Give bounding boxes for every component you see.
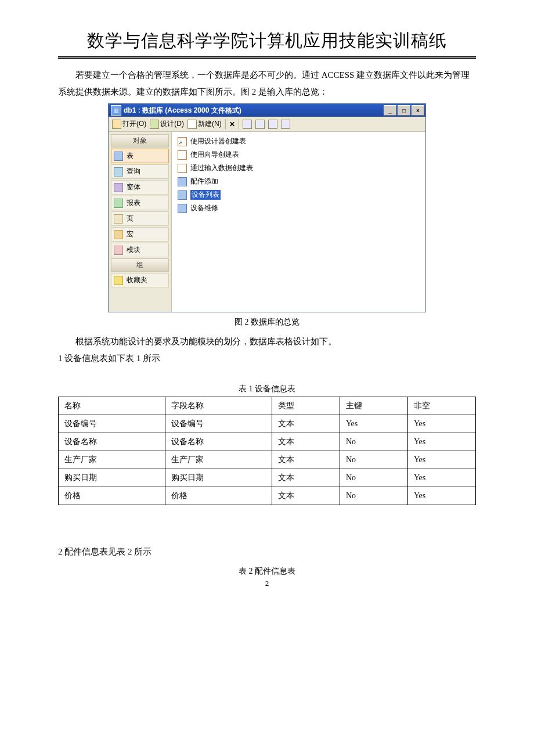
list-item-create-datainput[interactable]: 通过输入数据创建表 xyxy=(176,162,421,174)
paragraph-table2-intro: 2 配件信息表见表 2 所示 xyxy=(58,543,476,560)
table-cell: 设备编号 xyxy=(165,415,272,433)
view-small-icon[interactable] xyxy=(254,119,266,129)
toolbar: 打开(O) 设计(D) 新建(N) ✕ xyxy=(109,117,425,132)
objects-item-modules[interactable]: 模块 xyxy=(111,243,169,257)
table-cell: No xyxy=(340,487,407,505)
table-cell: 设备名称 xyxy=(165,433,272,451)
report-icon xyxy=(114,199,123,208)
list-item-create-designer[interactable]: ↗ 使用设计器创建表 xyxy=(176,135,421,147)
delete-button[interactable]: ✕ xyxy=(228,120,236,129)
table-header: 名称 xyxy=(59,397,165,415)
shortcut-icon xyxy=(178,150,187,160)
database-icon: ▥ xyxy=(111,105,121,116)
table-cell: 文本 xyxy=(272,487,340,505)
table-icon xyxy=(178,190,187,200)
objects-item-favorites[interactable]: 收藏夹 xyxy=(111,273,169,287)
table-cell: 设备编号 xyxy=(59,415,165,433)
list-item-label: 使用向导创建表 xyxy=(190,150,239,160)
shortcut-icon: ↗ xyxy=(178,137,187,146)
objects-item-forms[interactable]: 窗体 xyxy=(111,180,169,195)
page-number: 2 xyxy=(58,579,476,588)
objects-panel: 对象 表 查询 窗体 报表 xyxy=(109,132,172,312)
maximize-button[interactable]: □ xyxy=(398,105,410,116)
view-list-icon[interactable] xyxy=(267,119,279,129)
groups-header: 组 xyxy=(111,258,169,272)
view-details-icon[interactable] xyxy=(280,119,291,129)
list-item-label: 配件添加 xyxy=(190,177,218,186)
window-titlebar[interactable]: ▥ db1 : 数据库 (Access 2000 文件格式) _ □ × xyxy=(109,104,425,117)
table-cell: 价格 xyxy=(165,487,272,505)
table-cell: Yes xyxy=(407,451,475,469)
new-icon xyxy=(187,120,197,129)
list-panel: ↗ 使用设计器创建表 使用向导创建表 通过输入数据创建表 配件添加 xyxy=(172,132,425,312)
macro-icon xyxy=(114,230,123,239)
list-item-equipment-repair[interactable]: 设备维修 xyxy=(176,202,421,214)
list-item-label: 设备列表 xyxy=(190,190,221,200)
divider xyxy=(58,56,476,57)
list-item-parts-add[interactable]: 配件添加 xyxy=(176,175,421,188)
shortcut-icon xyxy=(178,164,187,173)
table-cell: 文本 xyxy=(272,433,340,451)
table-cell: 价格 xyxy=(59,487,165,505)
list-item-label: 使用设计器创建表 xyxy=(190,136,246,146)
design-label: 设计(D) xyxy=(160,119,184,129)
table-cell: Yes xyxy=(407,433,475,451)
paragraph-table1-intro: 1 设备信息表如下表 1 所示 xyxy=(58,350,476,367)
new-button[interactable]: 新建(N) xyxy=(186,118,223,129)
table-row: 生产厂家 生产厂家 文本 No Yes xyxy=(59,451,476,469)
table-row: 设备名称 设备名称 文本 No Yes xyxy=(59,433,476,451)
objects-item-label: 页 xyxy=(127,214,134,224)
open-icon xyxy=(112,120,121,129)
table-header: 主键 xyxy=(340,397,407,415)
table-cell: 文本 xyxy=(272,415,340,433)
query-icon xyxy=(114,167,123,177)
list-item-label: 设备维修 xyxy=(190,203,218,213)
page-icon xyxy=(114,214,123,224)
close-button[interactable]: × xyxy=(412,105,424,116)
table-cell: 文本 xyxy=(272,469,340,487)
page-title: 数学与信息科学学院计算机应用技能实训稿纸 xyxy=(58,29,476,53)
objects-item-label: 查询 xyxy=(127,167,140,177)
objects-item-label: 模块 xyxy=(127,245,140,255)
objects-item-label: 报表 xyxy=(127,198,140,208)
minimize-button[interactable]: _ xyxy=(384,105,396,116)
objects-item-macros[interactable]: 宏 xyxy=(111,227,169,242)
objects-item-queries[interactable]: 查询 xyxy=(111,164,169,179)
table-icon xyxy=(178,204,187,213)
objects-item-label: 表 xyxy=(127,151,134,161)
objects-item-label: 收藏夹 xyxy=(127,275,147,285)
table-cell: No xyxy=(340,451,407,469)
table-icon xyxy=(114,152,123,161)
table-cell: Yes xyxy=(407,415,475,433)
objects-item-label: 宏 xyxy=(127,229,134,239)
new-label: 新建(N) xyxy=(198,119,222,129)
table-equipment-info: 名称 字段名称 类型 主键 非空 设备编号 设备编号 文本 Yes Yes 设备… xyxy=(58,397,476,505)
list-item-equipment-list[interactable]: 设备列表 xyxy=(176,189,421,201)
table-cell: 文本 xyxy=(272,451,340,469)
paragraph-intro: 若要建立一个合格的管理系统，一个数据库是必不可少的。通过 ACCESS 建立数据… xyxy=(58,67,476,100)
objects-item-tables[interactable]: 表 xyxy=(111,149,169,163)
view-large-icon[interactable] xyxy=(241,119,253,129)
table-cell: No xyxy=(340,433,407,451)
table1-caption: 表 1 设备信息表 xyxy=(58,384,476,394)
objects-item-reports[interactable]: 报表 xyxy=(111,196,169,210)
table-icon xyxy=(178,177,187,186)
table-header: 字段名称 xyxy=(165,397,272,415)
table-row: 设备编号 设备编号 文本 Yes Yes xyxy=(59,415,476,433)
paragraph-design: 根据系统功能设计的要求及功能模块的划分，数据库表格设计如下。 xyxy=(58,333,476,350)
design-button[interactable]: 设计(D) xyxy=(149,118,185,129)
divider xyxy=(58,58,476,59)
table-row: 价格 价格 文本 No Yes xyxy=(59,487,476,505)
objects-header: 对象 xyxy=(111,134,169,147)
table-row: 购买日期 购买日期 文本 No Yes xyxy=(59,469,476,487)
design-icon xyxy=(150,120,159,129)
table-cell: Yes xyxy=(407,469,475,487)
table-cell: 设备名称 xyxy=(59,433,165,451)
favorites-icon xyxy=(114,276,123,285)
list-item-create-wizard[interactable]: 使用向导创建表 xyxy=(176,149,421,161)
objects-item-pages[interactable]: 页 xyxy=(111,211,169,226)
figure-access-window: ▥ db1 : 数据库 (Access 2000 文件格式) _ □ × 打开(… xyxy=(58,103,476,312)
table-cell: No xyxy=(340,469,407,487)
table-row: 名称 字段名称 类型 主键 非空 xyxy=(59,397,476,415)
open-button[interactable]: 打开(O) xyxy=(111,118,147,129)
